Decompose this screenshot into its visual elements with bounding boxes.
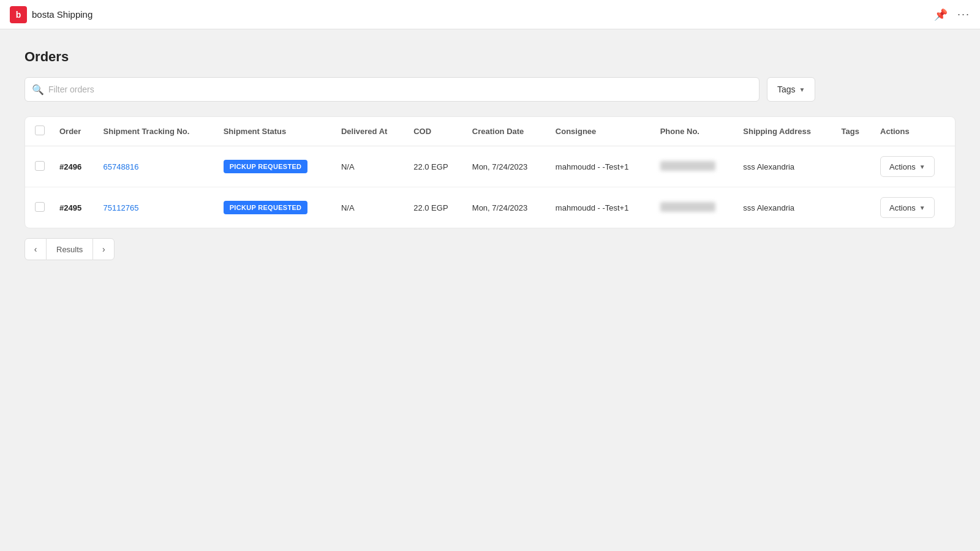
row-tracking: 75112765 xyxy=(96,187,216,228)
row-checkbox-0[interactable] xyxy=(35,161,45,171)
actions-button-0[interactable]: Actions ▼ xyxy=(880,156,935,177)
main-content: Orders 🔍 Tags ▼ Order Shipment Tracking … xyxy=(0,29,980,280)
row-cod: 22.0 EGP xyxy=(406,187,465,228)
row-tracking: 65748816 xyxy=(96,146,216,187)
row-consignee: mahmoudd - -Test+1 xyxy=(548,187,653,228)
col-actions: Actions xyxy=(873,117,955,146)
notification-icon[interactable]: 📌 xyxy=(934,8,948,21)
chevron-down-icon: ▼ xyxy=(799,86,805,93)
col-creation: Creation Date xyxy=(465,117,548,146)
actions-button-1[interactable]: Actions ▼ xyxy=(880,197,935,218)
col-checkbox xyxy=(25,117,52,146)
actions-chevron-icon-0: ▼ xyxy=(919,163,925,170)
col-address: Shipping Address xyxy=(736,117,834,146)
search-wrapper: 🔍 xyxy=(24,77,760,102)
topbar-right: 📌 ··· xyxy=(934,8,970,21)
chevron-right-icon: › xyxy=(102,244,105,254)
page-title: Orders xyxy=(24,49,956,65)
col-delivered: Delivered At xyxy=(334,117,406,146)
topbar: b bosta Shipping 📌 ··· xyxy=(0,0,980,29)
row-creation-date: Mon, 7/24/2023 xyxy=(465,187,548,228)
row-consignee: mahmoudd - -Test+1 xyxy=(548,146,653,187)
bosta-logo-icon: b xyxy=(10,6,27,23)
row-address: sss Alexandria xyxy=(736,187,834,228)
phone-blurred-1 xyxy=(660,202,715,212)
row-checkbox-cell xyxy=(25,146,52,187)
row-actions-cell: Actions ▼ xyxy=(873,187,955,228)
col-phone: Phone No. xyxy=(653,117,736,146)
row-checkbox-1[interactable] xyxy=(35,202,45,212)
table-header-row: Order Shipment Tracking No. Shipment Sta… xyxy=(25,117,955,146)
row-order: #2495 xyxy=(52,187,96,228)
table-row: #2495 75112765 PICKUP REQUESTED N/A 22.0… xyxy=(25,187,955,228)
table-row: #2496 65748816 PICKUP REQUESTED N/A 22.0… xyxy=(25,146,955,187)
pagination-prev-button[interactable]: ‹ xyxy=(24,238,47,260)
row-order: #2496 xyxy=(52,146,96,187)
row-phone xyxy=(653,187,736,228)
row-creation-date: Mon, 7/24/2023 xyxy=(465,146,548,187)
col-consignee: Consignee xyxy=(548,117,653,146)
select-all-checkbox[interactable] xyxy=(35,126,45,135)
row-tags xyxy=(834,146,873,187)
col-cod: COD xyxy=(406,117,465,146)
tracking-link-0[interactable]: 65748816 xyxy=(104,162,139,171)
tags-filter-button[interactable]: Tags ▼ xyxy=(767,77,815,102)
row-address: sss Alexandria xyxy=(736,146,834,187)
chevron-left-icon: ‹ xyxy=(34,244,37,254)
tags-button-label: Tags xyxy=(777,84,796,94)
pagination-results: Results xyxy=(47,238,92,260)
row-cod: 22.0 EGP xyxy=(406,146,465,187)
search-input[interactable] xyxy=(24,77,760,102)
col-tags: Tags xyxy=(834,117,873,146)
row-phone xyxy=(653,146,736,187)
topbar-left: b bosta Shipping xyxy=(10,6,92,23)
row-delivered: N/A xyxy=(334,187,406,228)
status-badge-1: PICKUP REQUESTED xyxy=(224,201,308,214)
search-icon: 🔍 xyxy=(32,84,44,96)
actions-label-0: Actions xyxy=(889,162,916,171)
search-filter-row: 🔍 Tags ▼ xyxy=(24,77,956,102)
col-status: Shipment Status xyxy=(216,117,334,146)
phone-blurred-0 xyxy=(660,161,715,171)
row-status: PICKUP REQUESTED xyxy=(216,146,334,187)
tracking-link-1[interactable]: 75112765 xyxy=(104,203,139,212)
actions-label-1: Actions xyxy=(889,203,916,212)
table-body: #2496 65748816 PICKUP REQUESTED N/A 22.0… xyxy=(25,146,955,228)
menu-dots-icon[interactable]: ··· xyxy=(957,8,970,21)
app-title: bosta Shipping xyxy=(32,9,92,20)
row-actions-cell: Actions ▼ xyxy=(873,146,955,187)
status-badge-0: PICKUP REQUESTED xyxy=(224,160,308,173)
col-order: Order xyxy=(52,117,96,146)
actions-chevron-icon-1: ▼ xyxy=(919,204,925,211)
orders-table-wrapper: Order Shipment Tracking No. Shipment Sta… xyxy=(24,116,956,228)
row-delivered: N/A xyxy=(334,146,406,187)
row-status: PICKUP REQUESTED xyxy=(216,187,334,228)
pagination-row: ‹ Results › xyxy=(24,238,956,260)
row-tags xyxy=(834,187,873,228)
pagination-next-button[interactable]: › xyxy=(92,238,115,260)
row-checkbox-cell xyxy=(25,187,52,228)
orders-table: Order Shipment Tracking No. Shipment Sta… xyxy=(25,117,955,228)
col-tracking: Shipment Tracking No. xyxy=(96,117,216,146)
